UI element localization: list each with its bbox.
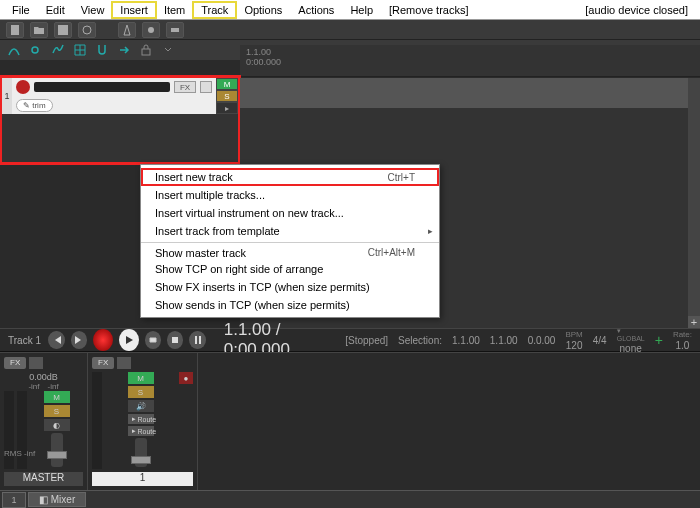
toolbar-icon-b[interactable] — [166, 22, 184, 38]
ctx-show-master-track[interactable]: Show master track Ctrl+Alt+M — [141, 242, 439, 260]
menu-insert[interactable]: Insert — [112, 2, 156, 18]
mixer-master-strip[interactable]: FX 0.00dB -inf-inf M S ◐ RMS -inf MASTER — [0, 353, 88, 490]
track-volume-bar[interactable] — [34, 82, 170, 92]
open-project-icon[interactable] — [30, 22, 48, 38]
ctx-insert-multiple-tracks[interactable]: Insert multiple tracks... — [141, 186, 439, 204]
record-arm-button[interactable] — [16, 80, 30, 94]
metronome-icon[interactable] — [118, 22, 136, 38]
ctx-tcp-right-side[interactable]: Show TCP on right side of arrange — [141, 260, 439, 278]
track-row-1[interactable]: 1 FX ✎ trim M S ▸ — [2, 78, 238, 114]
pause-button[interactable] — [189, 331, 205, 349]
svg-rect-7 — [195, 336, 197, 344]
ctx-insert-new-track[interactable]: Insert new track Ctrl+T — [141, 168, 439, 186]
svg-rect-6 — [172, 337, 178, 343]
ctx-shortcut: Ctrl+Alt+M — [368, 247, 415, 258]
solo-button[interactable]: S — [216, 90, 238, 102]
mixer-panel: FX 0.00dB -inf-inf M S ◐ RMS -inf MASTER… — [0, 352, 700, 490]
menu-bar: File Edit View Insert Item Track Options… — [0, 0, 700, 20]
menu-edit[interactable]: Edit — [38, 2, 73, 18]
bpm-value[interactable]: 120 — [566, 340, 583, 351]
mixer-track-1-strip[interactable]: FX M S 🔊 ▸Route ▸Route ● 1 — [88, 353, 198, 490]
fader-knob[interactable] — [131, 456, 151, 464]
settings-icon[interactable] — [78, 22, 96, 38]
play-button[interactable] — [119, 329, 139, 351]
menu-actions[interactable]: Actions — [290, 2, 342, 18]
global-label: ▾ GLOBAL — [617, 327, 645, 342]
add-marker-icon[interactable]: + — [655, 332, 663, 348]
trim-chip[interactable]: ✎ trim — [16, 99, 53, 112]
menu-track[interactable]: Track — [193, 2, 236, 18]
fader-knob[interactable] — [47, 451, 67, 459]
track1-label[interactable]: 1 — [92, 472, 193, 486]
bottom-tab-bar: 1 ◧ Mixer — [0, 490, 700, 508]
time-signature[interactable]: 4/4 — [593, 335, 607, 346]
mute-button[interactable]: M — [216, 78, 238, 90]
tab-index[interactable]: 1 — [2, 492, 26, 508]
menu-help[interactable]: Help — [342, 2, 381, 18]
ctx-label: Show TCP on right side of arrange — [155, 263, 323, 275]
selection-end[interactable]: 1.1.00 — [490, 335, 518, 346]
menu-view[interactable]: View — [73, 2, 113, 18]
rms-label: RMS -inf — [0, 449, 39, 458]
status-text: [Stopped] — [345, 335, 388, 346]
ctx-label: Insert track from template — [155, 225, 280, 237]
selection-length[interactable]: 0.0.00 — [528, 335, 556, 346]
selection-start[interactable]: 1.1.00 — [452, 335, 480, 346]
rate-value[interactable]: 1.0 — [676, 340, 690, 351]
snap-icon[interactable] — [94, 43, 110, 57]
menu-file[interactable]: File — [4, 2, 38, 18]
track1-solo[interactable]: S — [128, 386, 154, 398]
track1-io[interactable]: 🔊 — [128, 400, 154, 412]
master-solo[interactable]: S — [44, 405, 70, 417]
menu-item[interactable]: Item — [156, 2, 193, 18]
track1-route[interactable]: ▸Route — [128, 414, 154, 424]
track1-route-2[interactable]: ▸Route — [128, 426, 154, 436]
menu-remove-tracks[interactable]: [Remove tracks] — [381, 2, 476, 18]
dropdown-icon[interactable] — [160, 43, 176, 57]
lock-icon[interactable] — [138, 43, 154, 57]
track1-fader[interactable] — [135, 438, 147, 467]
ctx-insert-virtual-instrument[interactable]: Insert virtual instrument on new track..… — [141, 204, 439, 222]
track1-meter — [92, 372, 102, 469]
ctx-label: Show FX inserts in TCP (when size permit… — [155, 281, 370, 293]
mixer-tab[interactable]: ◧ Mixer — [28, 492, 86, 507]
link-icon[interactable] — [28, 43, 44, 57]
timeline-ruler[interactable]: 1.1.00 0:00.000 — [240, 45, 700, 77]
ctx-show-fx-inserts[interactable]: Show FX inserts in TCP (when size permit… — [141, 278, 439, 296]
ctx-show-sends[interactable]: Show sends in TCP (when size permits) — [141, 296, 439, 314]
record-button[interactable] — [93, 329, 113, 351]
track1-recarm[interactable]: ● — [179, 372, 193, 384]
auto-crossfade-icon[interactable] — [6, 43, 22, 57]
track-io-button[interactable]: ▸ — [216, 102, 238, 114]
track1-fx-button[interactable]: FX — [92, 357, 114, 369]
track1-env-button[interactable] — [117, 357, 131, 369]
repeat-button[interactable] — [145, 331, 161, 349]
current-track-label: Track 1 — [8, 335, 42, 346]
svg-point-2 — [83, 26, 91, 34]
svg-rect-5 — [142, 49, 150, 55]
save-project-icon[interactable] — [54, 22, 72, 38]
envelope-button[interactable] — [200, 81, 212, 93]
ctx-insert-from-template[interactable]: Insert track from template ▸ — [141, 222, 439, 240]
master-fader[interactable] — [51, 433, 63, 467]
fx-button[interactable]: FX — [174, 81, 196, 93]
track1-mute[interactable]: M — [128, 372, 154, 384]
go-to-start-button[interactable] — [48, 331, 64, 349]
master-mute[interactable]: M — [44, 391, 70, 403]
master-fx-button[interactable]: FX — [4, 357, 26, 369]
svg-rect-8 — [199, 336, 201, 344]
ripple-icon[interactable] — [116, 43, 132, 57]
track-control-panel[interactable]: 1 FX ✎ trim M S ▸ — [2, 78, 238, 162]
envelope-icon[interactable] — [50, 43, 66, 57]
new-project-icon[interactable] — [6, 22, 24, 38]
master-env-button[interactable] — [29, 357, 43, 369]
vertical-scrollbar[interactable]: + — [688, 78, 700, 328]
stop-button[interactable] — [167, 331, 183, 349]
ctx-label: Show sends in TCP (when size permits) — [155, 299, 350, 311]
grid-icon[interactable] — [72, 43, 88, 57]
arrange-lane-1[interactable] — [240, 78, 688, 108]
master-mono[interactable]: ◐ — [44, 419, 70, 431]
menu-options[interactable]: Options — [236, 2, 290, 18]
toolbar-icon-a[interactable] — [142, 22, 160, 38]
go-to-end-button[interactable] — [71, 331, 87, 349]
